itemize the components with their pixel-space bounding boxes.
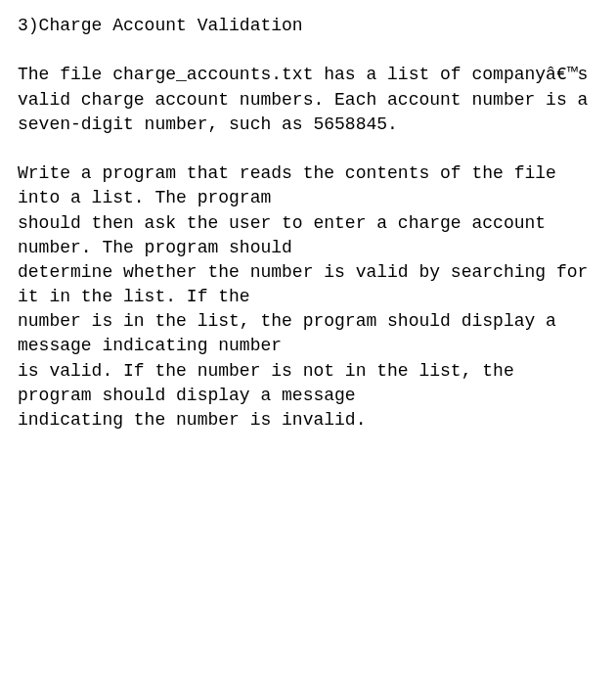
exercise-description-2: Write a program that reads the contents … [18, 161, 598, 433]
exercise-title: 3)Charge Account Validation [18, 14, 598, 38]
exercise-description-1: The file charge_accounts.txt has a list … [18, 63, 598, 137]
